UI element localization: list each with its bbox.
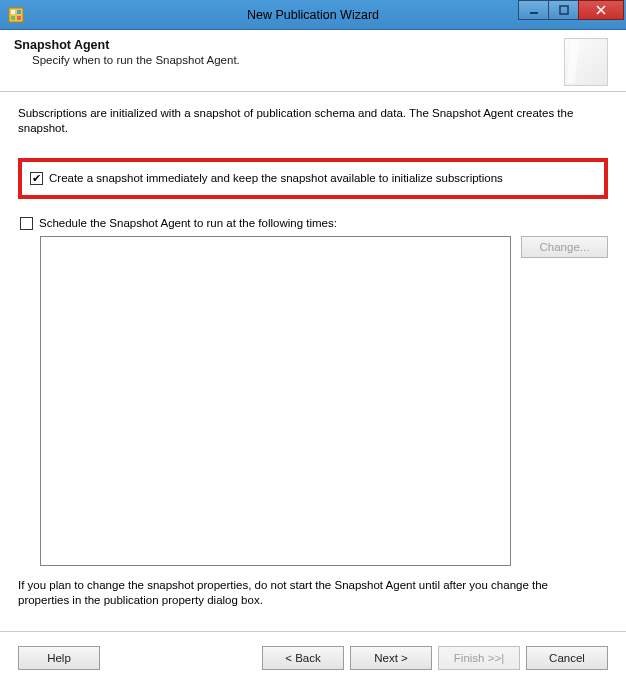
svg-rect-4 <box>17 16 21 20</box>
highlighted-option: ✔ Create a snapshot immediately and keep… <box>18 158 608 199</box>
svg-rect-5 <box>530 12 538 14</box>
header-decoration-icon <box>564 38 608 86</box>
svg-rect-3 <box>11 16 15 20</box>
minimize-button[interactable] <box>518 0 548 20</box>
schedule-area: Change... <box>18 236 608 566</box>
wizard-header: Snapshot Agent Specify when to run the S… <box>0 30 626 92</box>
maximize-button[interactable] <box>548 0 578 20</box>
svg-rect-2 <box>17 10 21 14</box>
schedule-label: Schedule the Snapshot Agent to run at th… <box>39 217 337 229</box>
back-button[interactable]: < Back <box>262 646 344 670</box>
schedule-listbox <box>40 236 511 566</box>
note-text: If you plan to change the snapshot prope… <box>18 578 608 609</box>
content-area: Subscriptions are initialized with a sna… <box>0 92 626 609</box>
svg-rect-6 <box>560 6 568 14</box>
help-button[interactable]: Help <box>18 646 100 670</box>
title-bar: New Publication Wizard <box>0 0 626 30</box>
schedule-checkbox[interactable] <box>20 217 33 230</box>
change-button: Change... <box>521 236 608 258</box>
app-icon <box>8 7 24 23</box>
svg-rect-1 <box>11 10 15 14</box>
create-snapshot-checkbox[interactable]: ✔ <box>30 172 43 185</box>
close-button[interactable] <box>578 0 624 20</box>
page-title: Snapshot Agent <box>14 38 612 52</box>
wizard-footer: Help < Back Next > Finish >>| Cancel <box>0 632 626 684</box>
create-snapshot-label: Create a snapshot immediately and keep t… <box>49 172 503 184</box>
intro-text: Subscriptions are initialized with a sna… <box>18 106 608 136</box>
finish-button: Finish >>| <box>438 646 520 670</box>
window-controls <box>518 0 626 29</box>
cancel-button[interactable]: Cancel <box>526 646 608 670</box>
next-button[interactable]: Next > <box>350 646 432 670</box>
schedule-option: Schedule the Snapshot Agent to run at th… <box>20 217 608 230</box>
page-subtitle: Specify when to run the Snapshot Agent. <box>32 54 612 66</box>
